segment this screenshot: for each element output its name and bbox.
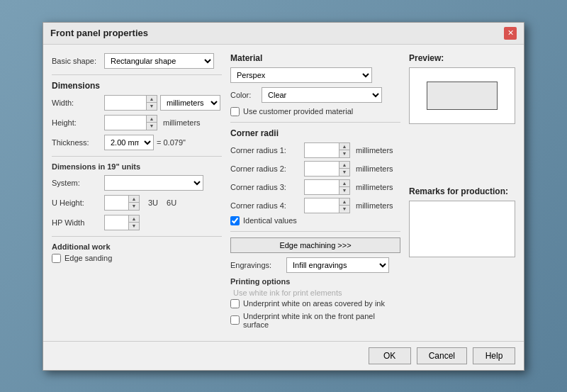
width-spinbox: 248.00 ▲ ▼	[104, 95, 157, 111]
uval-6u: 6U	[167, 198, 176, 207]
corner-radius-4-spinbox: 0.00 ▲ ▼	[304, 198, 350, 213]
corner-radius-1-row: Corner radius 1: 0.00 ▲ ▼ millimeters	[230, 142, 400, 158]
thickness-label: Thickness:	[52, 138, 101, 147]
corner-radius-2-spin-down[interactable]: ▼	[339, 169, 349, 176]
corner-radius-3-mm: millimeters	[356, 183, 393, 191]
height-arrows: ▲ ▼	[147, 115, 157, 130]
remarks-section: Remarks for production:	[409, 186, 515, 257]
width-unit-select[interactable]: millimeters	[160, 95, 220, 111]
uval-3u: 3U	[148, 198, 158, 207]
hpwidth-spinbox: 0 ▲ ▼	[104, 215, 140, 230]
material-title: Material	[230, 53, 400, 63]
separator-3	[52, 236, 222, 237]
uheight-input[interactable]: 0	[104, 195, 129, 211]
uheight-spin-down[interactable]: ▼	[129, 203, 139, 210]
width-arrows: ▲ ▼	[147, 95, 157, 111]
corner-radius-2-label: Corner radius 2:	[230, 164, 301, 173]
cancel-button[interactable]: Cancel	[417, 347, 467, 364]
corner-radius-1-spinbox: 0.00 ▲ ▼	[304, 142, 350, 158]
identical-values-row: Identical values	[230, 216, 400, 225]
dimensions-section: Dimensions Width: 248.00 ▲ ▼ millimeters	[52, 81, 222, 150]
uheight-spin-up[interactable]: ▲	[129, 196, 139, 203]
ok-button[interactable]: OK	[369, 347, 411, 364]
engravings-select[interactable]: Infill engravings	[286, 257, 389, 273]
edge-machining-button[interactable]: Edge machining >>>	[230, 237, 400, 253]
width-spin-up[interactable]: ▲	[147, 96, 157, 103]
corner-radius-2-arrows: ▲ ▼	[339, 161, 350, 177]
mid-panel: Material Perspex Color: Clear Use c	[230, 53, 400, 332]
corner-radius-1-arrows: ▲ ▼	[339, 142, 350, 158]
corner-radii-section: Corner radii Corner radius 1: 0.00 ▲ ▼ m…	[230, 128, 400, 225]
identical-values-checkbox[interactable]	[230, 216, 240, 225]
help-button[interactable]: Help	[473, 347, 515, 364]
edge-sanding-row: Edge sanding	[52, 254, 222, 263]
basic-shape-label: Basic shape:	[52, 57, 101, 65]
separator-2	[52, 156, 222, 157]
height-row: Height: 76.00 ▲ ▼ millimeters	[52, 115, 222, 130]
height-spin-up[interactable]: ▲	[147, 116, 157, 123]
front-panel-properties-dialog: Front panel properties ✕ Basic shape: Re…	[43, 22, 524, 371]
material-row: Perspex	[230, 67, 400, 83]
white-ink-text: Use white ink for print elements	[233, 289, 400, 297]
corner-radius-4-spin-down[interactable]: ▼	[339, 206, 349, 213]
corner-radius-3-spin-down[interactable]: ▼	[339, 187, 349, 194]
printing-title: Printing options	[230, 277, 400, 286]
corner-radius-1-input[interactable]: 0.00	[304, 142, 339, 158]
height-mm-label: millimeters	[163, 118, 201, 127]
corner-radius-1-label: Corner radius 1:	[230, 146, 301, 155]
underprint-2-row: Underprint white ink on the front panel …	[230, 312, 400, 329]
close-button[interactable]: ✕	[504, 27, 517, 40]
separator-1	[52, 74, 222, 75]
thickness-eq: = 0.079"	[157, 138, 186, 147]
corner-radius-4-input[interactable]: 0.00	[304, 198, 339, 213]
separator-5	[230, 231, 400, 232]
customer-material-checkbox[interactable]	[230, 107, 240, 116]
hpwidth-spin-down[interactable]: ▼	[129, 223, 139, 230]
basic-shape-select[interactable]: Rectangular shape	[104, 53, 214, 69]
height-input[interactable]: 76.00	[104, 115, 147, 130]
material-section: Material Perspex Color: Clear Use c	[230, 53, 400, 116]
additional-work-title: Additional work	[52, 242, 222, 251]
dialog-footer: OK Cancel Help	[43, 341, 524, 370]
dim19-title: Dimensions in 19" units	[52, 162, 222, 171]
height-label: Height:	[52, 118, 101, 127]
hpwidth-input[interactable]: 0	[104, 215, 129, 230]
preview-section: Preview:	[409, 53, 515, 124]
uheight-spinbox: 0 ▲ ▼	[104, 195, 140, 211]
corner-radius-4-row: Corner radius 4: 0.00 ▲ ▼ millimeters	[230, 198, 400, 213]
corner-radius-3-spinbox: 0.00 ▲ ▼	[304, 179, 350, 195]
corner-radius-4-arrows: ▲ ▼	[339, 198, 350, 213]
printing-section: Printing options Use white ink for print…	[230, 277, 400, 329]
corner-radius-4-spin-up[interactable]: ▲	[339, 198, 349, 206]
identical-values-label: Identical values	[243, 216, 297, 225]
corner-radius-2-spin-up[interactable]: ▲	[339, 162, 349, 169]
color-select[interactable]: Clear	[262, 87, 382, 103]
right-panel: Preview: Remarks for production:	[409, 53, 515, 332]
height-spin-down[interactable]: ▼	[147, 123, 157, 130]
system-select[interactable]	[104, 175, 203, 191]
thickness-select[interactable]: 2.00 mm	[104, 135, 154, 150]
additional-work-section: Additional work Edge sanding	[52, 242, 222, 263]
corner-radius-1-spin-down[interactable]: ▼	[339, 150, 349, 157]
corner-radius-3-input[interactable]: 0.00	[304, 179, 339, 195]
uheight-arrows: ▲ ▼	[129, 195, 140, 211]
underprint-2-checkbox[interactable]	[230, 315, 240, 325]
color-label: Color:	[230, 91, 259, 99]
corner-radius-3-arrows: ▲ ▼	[339, 179, 350, 195]
dim19-section: Dimensions in 19" units System: U Height…	[52, 162, 222, 230]
system-row: System:	[52, 175, 222, 191]
edge-sanding-checkbox[interactable]	[52, 254, 61, 263]
customer-material-row: Use customer provided material	[230, 107, 400, 116]
hpwidth-spin-up[interactable]: ▲	[129, 215, 139, 223]
width-input[interactable]: 248.00	[104, 95, 147, 111]
edge-sanding-label: Edge sanding	[64, 254, 112, 262]
corner-radius-2-input[interactable]: 0.00	[304, 161, 339, 177]
customer-material-label: Use customer provided material	[243, 107, 353, 116]
corner-radius-1-spin-up[interactable]: ▲	[339, 143, 349, 150]
material-select[interactable]: Perspex	[230, 67, 372, 83]
underprint-1-checkbox[interactable]	[230, 299, 240, 308]
dialog-body: Basic shape: Rectangular shape Dimension…	[43, 45, 524, 341]
preview-rect	[427, 82, 498, 110]
corner-radius-3-spin-up[interactable]: ▲	[339, 180, 349, 187]
width-spin-down[interactable]: ▼	[147, 103, 157, 110]
